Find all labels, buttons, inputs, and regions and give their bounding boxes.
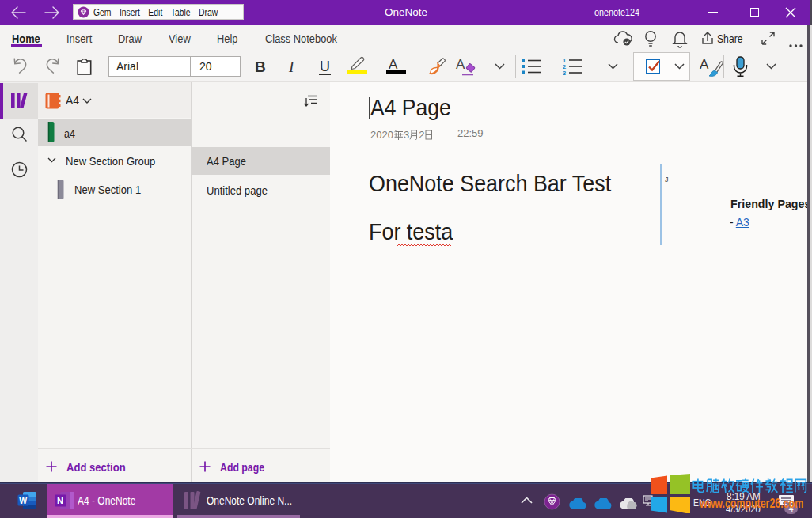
svg-text:N: N <box>57 496 63 505</box>
svg-text:W: W <box>19 496 27 505</box>
svg-text:3: 3 <box>563 70 566 76</box>
